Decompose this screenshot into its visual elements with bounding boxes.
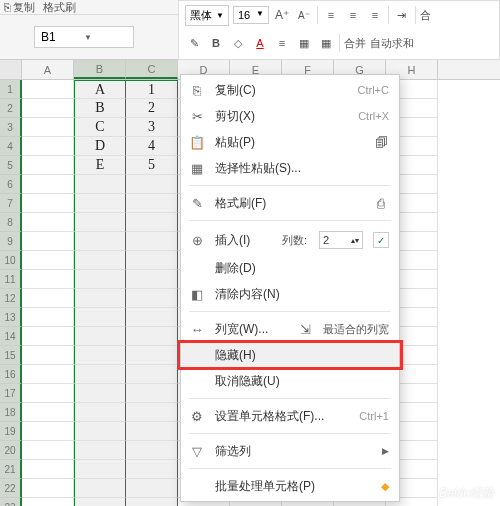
menu-col-width[interactable]: ↔ 列宽(W)... ⇲ 最适合的列宽	[181, 316, 399, 342]
merge-button[interactable]: 合并	[344, 36, 366, 51]
menu-paste[interactable]: 📋 粘贴(P) 🗐	[181, 129, 399, 155]
cell[interactable]	[74, 384, 126, 403]
cell[interactable]: 3	[126, 118, 178, 137]
cell[interactable]	[126, 327, 178, 346]
cell[interactable]	[74, 175, 126, 194]
align-center-icon[interactable]: ≡	[344, 6, 362, 24]
font-color-icon[interactable]: A	[251, 34, 269, 52]
cell[interactable]	[22, 270, 74, 289]
row-header[interactable]: 21	[0, 460, 22, 479]
cell[interactable]	[74, 441, 126, 460]
decrease-font-icon[interactable]: A⁻	[295, 6, 313, 24]
cell[interactable]: 4	[126, 137, 178, 156]
cell[interactable]	[126, 175, 178, 194]
cell[interactable]	[126, 308, 178, 327]
cell[interactable]	[126, 384, 178, 403]
cell[interactable]	[22, 365, 74, 384]
col-header-C[interactable]: C	[126, 60, 178, 79]
cell[interactable]	[74, 327, 126, 346]
cell[interactable]	[22, 251, 74, 270]
menu-clear[interactable]: ◧ 清除内容(N)	[181, 281, 399, 307]
cell[interactable]: B	[74, 99, 126, 118]
cell[interactable]: D	[74, 137, 126, 156]
row-header[interactable]: 11	[0, 270, 22, 289]
cell[interactable]	[22, 175, 74, 194]
cell[interactable]	[22, 479, 74, 498]
row-header[interactable]: 15	[0, 346, 22, 365]
bold-icon[interactable]: B	[207, 34, 225, 52]
cell[interactable]	[74, 289, 126, 308]
cell[interactable]	[74, 365, 126, 384]
menu-insert[interactable]: ⊕ 插入(I) 列数: 2▴▾ ✓	[181, 225, 399, 255]
cell[interactable]	[126, 441, 178, 460]
menu-paste-special[interactable]: ▦ 选择性粘贴(S)...	[181, 155, 399, 181]
row-header[interactable]: 7	[0, 194, 22, 213]
cell[interactable]	[74, 498, 126, 506]
menu-hide[interactable]: 隐藏(H)	[181, 342, 399, 368]
row-header[interactable]: 1	[0, 80, 22, 99]
menu-unhide[interactable]: 取消隐藏(U)	[181, 368, 399, 394]
row-header[interactable]: 12	[0, 289, 22, 308]
name-box[interactable]: B1 ▼	[34, 26, 134, 48]
row-header[interactable]: 16	[0, 365, 22, 384]
best-fit-label[interactable]: 最适合的列宽	[323, 322, 389, 337]
cell[interactable]	[74, 479, 126, 498]
row-header[interactable]: 5	[0, 156, 22, 175]
insert-go-button[interactable]: ✓	[373, 232, 389, 248]
cell[interactable]	[22, 441, 74, 460]
col-header-B[interactable]: B	[74, 60, 126, 79]
cell[interactable]	[126, 403, 178, 422]
cell[interactable]	[126, 365, 178, 384]
copy-button[interactable]: ⎘ 复制	[4, 0, 35, 15]
cell[interactable]	[126, 251, 178, 270]
cell[interactable]	[74, 422, 126, 441]
row-header[interactable]: 20	[0, 441, 22, 460]
cell[interactable]	[22, 346, 74, 365]
cell[interactable]	[126, 289, 178, 308]
border2-icon[interactable]: ▦	[317, 34, 335, 52]
menu-delete[interactable]: 删除(D)	[181, 255, 399, 281]
menu-copy[interactable]: ⎘ 复制(C) Ctrl+C	[181, 77, 399, 103]
cell[interactable]	[74, 194, 126, 213]
cell[interactable]	[22, 118, 74, 137]
cell[interactable]	[22, 403, 74, 422]
border-icon[interactable]: ▦	[295, 34, 313, 52]
cell[interactable]	[22, 327, 74, 346]
cell[interactable]	[74, 308, 126, 327]
cell[interactable]	[126, 498, 178, 506]
row-header[interactable]: 8	[0, 213, 22, 232]
row-header[interactable]: 4	[0, 137, 22, 156]
select-all-corner[interactable]	[0, 60, 22, 79]
row-header[interactable]: 13	[0, 308, 22, 327]
align-right-icon[interactable]: ≡	[366, 6, 384, 24]
cell[interactable]	[22, 422, 74, 441]
cols-count-stepper[interactable]: 2▴▾	[319, 231, 363, 249]
cell[interactable]	[126, 346, 178, 365]
format-painter-icon[interactable]: ✎	[185, 34, 203, 52]
cell[interactable]	[22, 384, 74, 403]
row-header[interactable]: 22	[0, 479, 22, 498]
cell[interactable]	[22, 289, 74, 308]
row-header[interactable]: 23	[0, 498, 22, 506]
row-header[interactable]: 3	[0, 118, 22, 137]
menu-format-cells[interactable]: ⚙ 设置单元格格式(F)... Ctrl+1	[181, 403, 399, 429]
format-painter-button[interactable]: 格式刷	[43, 0, 76, 15]
cell[interactable]	[22, 156, 74, 175]
fill-color-icon[interactable]: ◇	[229, 34, 247, 52]
cell[interactable]	[74, 346, 126, 365]
row-header[interactable]: 2	[0, 99, 22, 118]
indent-icon[interactable]: ⇥	[393, 6, 411, 24]
col-header-A[interactable]: A	[22, 60, 74, 79]
cell[interactable]	[126, 232, 178, 251]
cell[interactable]	[74, 251, 126, 270]
font-size-select[interactable]: 16▼	[233, 6, 269, 24]
cell[interactable]	[22, 80, 74, 99]
cell[interactable]	[74, 232, 126, 251]
cell[interactable]: 2	[126, 99, 178, 118]
cell[interactable]	[126, 422, 178, 441]
cell[interactable]	[22, 194, 74, 213]
row-header[interactable]: 6	[0, 175, 22, 194]
align-left-icon[interactable]: ≡	[322, 6, 340, 24]
row-header[interactable]: 18	[0, 403, 22, 422]
align-icon[interactable]: ≡	[273, 34, 291, 52]
